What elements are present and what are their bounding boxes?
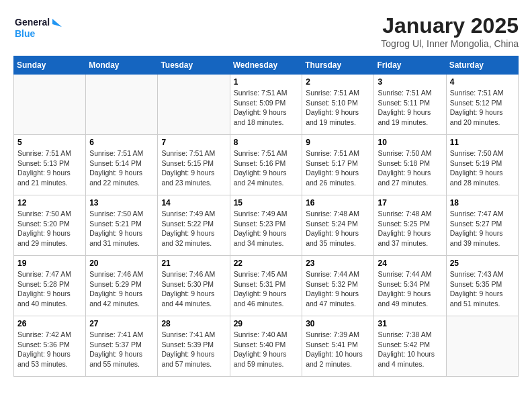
- day-info: Sunrise: 7:46 AM Sunset: 5:29 PM Dayligh…: [89, 269, 154, 309]
- day-info: Sunrise: 7:42 AM Sunset: 5:36 PM Dayligh…: [17, 330, 82, 369]
- calendar-cell: 9Sunrise: 7:51 AM Sunset: 5:17 PM Daylig…: [302, 135, 374, 195]
- day-number: 27: [89, 319, 154, 328]
- day-number: 6: [89, 138, 154, 147]
- weekday-header-monday: Monday: [86, 56, 158, 75]
- day-info: Sunrise: 7:51 AM Sunset: 5:14 PM Dayligh…: [89, 148, 154, 188]
- calendar-cell: 12Sunrise: 7:50 AM Sunset: 5:20 PM Dayli…: [14, 195, 86, 256]
- weekday-header-thursday: Thursday: [302, 56, 374, 75]
- day-info: Sunrise: 7:45 AM Sunset: 5:31 PM Dayligh…: [234, 269, 299, 309]
- svg-marker-2: [52, 19, 62, 27]
- weekday-header-saturday: Saturday: [446, 56, 518, 75]
- week-row-4: 19Sunrise: 7:47 AM Sunset: 5:28 PM Dayli…: [14, 256, 519, 316]
- day-number: 7: [161, 138, 226, 147]
- day-info: Sunrise: 7:47 AM Sunset: 5:27 PM Dayligh…: [450, 209, 515, 248]
- calendar-cell: 10Sunrise: 7:50 AM Sunset: 5:18 PM Dayli…: [374, 135, 446, 195]
- calendar-cell: 1Sunrise: 7:51 AM Sunset: 5:09 PM Daylig…: [230, 75, 302, 135]
- month-title: January 2025: [381, 13, 519, 38]
- day-info: Sunrise: 7:51 AM Sunset: 5:16 PM Dayligh…: [234, 148, 299, 188]
- day-number: 28: [161, 319, 226, 328]
- day-number: 18: [450, 198, 515, 208]
- day-number: 14: [161, 198, 226, 208]
- calendar-cell: 29Sunrise: 7:40 AM Sunset: 5:40 PM Dayli…: [230, 316, 302, 377]
- day-info: Sunrise: 7:46 AM Sunset: 5:30 PM Dayligh…: [161, 269, 226, 309]
- calendar-cell: 28Sunrise: 7:41 AM Sunset: 5:39 PM Dayli…: [158, 316, 230, 377]
- calendar-cell: 16Sunrise: 7:48 AM Sunset: 5:24 PM Dayli…: [302, 195, 374, 256]
- calendar-cell: 2Sunrise: 7:51 AM Sunset: 5:10 PM Daylig…: [302, 75, 374, 135]
- day-info: Sunrise: 7:51 AM Sunset: 5:11 PM Dayligh…: [378, 88, 442, 128]
- day-info: Sunrise: 7:51 AM Sunset: 5:15 PM Dayligh…: [161, 148, 226, 188]
- calendar-cell: 4Sunrise: 7:51 AM Sunset: 5:12 PM Daylig…: [446, 75, 518, 135]
- calendar-cell: 25Sunrise: 7:43 AM Sunset: 5:35 PM Dayli…: [446, 256, 518, 316]
- day-number: 9: [306, 138, 370, 147]
- day-info: Sunrise: 7:47 AM Sunset: 5:28 PM Dayligh…: [17, 269, 82, 309]
- day-info: Sunrise: 7:51 AM Sunset: 5:12 PM Dayligh…: [450, 88, 515, 128]
- day-info: Sunrise: 7:49 AM Sunset: 5:22 PM Dayligh…: [161, 209, 226, 248]
- calendar-cell: 21Sunrise: 7:46 AM Sunset: 5:30 PM Dayli…: [158, 256, 230, 316]
- calendar-cell: 6Sunrise: 7:51 AM Sunset: 5:14 PM Daylig…: [86, 135, 158, 195]
- day-number: 15: [234, 198, 299, 208]
- day-info: Sunrise: 7:44 AM Sunset: 5:32 PM Dayligh…: [306, 269, 370, 309]
- calendar-cell: 30Sunrise: 7:39 AM Sunset: 5:41 PM Dayli…: [302, 316, 374, 377]
- calendar-cell: 3Sunrise: 7:51 AM Sunset: 5:11 PM Daylig…: [374, 75, 446, 135]
- day-number: 20: [89, 259, 154, 268]
- day-info: Sunrise: 7:51 AM Sunset: 5:17 PM Dayligh…: [306, 148, 370, 188]
- title-block: January 2025 Togrog Ul, Inner Mongolia, …: [381, 13, 519, 49]
- day-info: Sunrise: 7:49 AM Sunset: 5:23 PM Dayligh…: [234, 209, 299, 248]
- day-number: 5: [17, 138, 82, 147]
- day-number: 24: [378, 259, 442, 268]
- week-row-1: 1Sunrise: 7:51 AM Sunset: 5:09 PM Daylig…: [14, 75, 519, 135]
- day-info: Sunrise: 7:51 AM Sunset: 5:13 PM Dayligh…: [17, 148, 82, 188]
- svg-text:Blue: Blue: [15, 28, 36, 39]
- day-info: Sunrise: 7:51 AM Sunset: 5:10 PM Dayligh…: [306, 88, 370, 128]
- calendar-cell: 23Sunrise: 7:44 AM Sunset: 5:32 PM Dayli…: [302, 256, 374, 316]
- day-info: Sunrise: 7:40 AM Sunset: 5:40 PM Dayligh…: [234, 330, 299, 369]
- calendar-cell: 13Sunrise: 7:50 AM Sunset: 5:21 PM Dayli…: [86, 195, 158, 256]
- day-number: 12: [17, 198, 82, 208]
- location: Togrog Ul, Inner Mongolia, China: [381, 38, 519, 49]
- day-info: Sunrise: 7:50 AM Sunset: 5:21 PM Dayligh…: [89, 209, 154, 248]
- day-info: Sunrise: 7:41 AM Sunset: 5:39 PM Dayligh…: [161, 330, 226, 369]
- day-number: 30: [306, 319, 370, 328]
- day-number: 2: [306, 77, 370, 87]
- week-row-3: 12Sunrise: 7:50 AM Sunset: 5:20 PM Dayli…: [14, 195, 519, 256]
- day-info: Sunrise: 7:48 AM Sunset: 5:24 PM Dayligh…: [306, 209, 370, 248]
- day-number: 16: [306, 198, 370, 208]
- day-number: 1: [234, 77, 299, 87]
- calendar-cell: 19Sunrise: 7:47 AM Sunset: 5:28 PM Dayli…: [14, 256, 86, 316]
- calendar-cell: 22Sunrise: 7:45 AM Sunset: 5:31 PM Dayli…: [230, 256, 302, 316]
- weekday-header-sunday: Sunday: [14, 56, 86, 75]
- day-number: 4: [450, 77, 515, 87]
- day-info: Sunrise: 7:48 AM Sunset: 5:25 PM Dayligh…: [378, 209, 442, 248]
- logo-icon: GeneralBlue: [13, 13, 67, 44]
- day-number: 31: [378, 319, 442, 328]
- calendar-cell: 15Sunrise: 7:49 AM Sunset: 5:23 PM Dayli…: [230, 195, 302, 256]
- day-number: 17: [378, 198, 442, 208]
- svg-text:General: General: [15, 17, 50, 28]
- day-info: Sunrise: 7:50 AM Sunset: 5:18 PM Dayligh…: [378, 148, 442, 188]
- calendar-cell: 18Sunrise: 7:47 AM Sunset: 5:27 PM Dayli…: [446, 195, 518, 256]
- day-number: 11: [450, 138, 515, 147]
- calendar-cell: 8Sunrise: 7:51 AM Sunset: 5:16 PM Daylig…: [230, 135, 302, 195]
- day-info: Sunrise: 7:44 AM Sunset: 5:34 PM Dayligh…: [378, 269, 442, 309]
- calendar-cell: [158, 75, 230, 135]
- day-info: Sunrise: 7:50 AM Sunset: 5:20 PM Dayligh…: [17, 209, 82, 248]
- day-info: Sunrise: 7:38 AM Sunset: 5:42 PM Dayligh…: [378, 330, 442, 369]
- weekday-header-row: SundayMondayTuesdayWednesdayThursdayFrid…: [14, 56, 519, 75]
- calendar: SundayMondayTuesdayWednesdayThursdayFrid…: [13, 56, 519, 377]
- page-header: GeneralBlue January 2025 Togrog Ul, Inne…: [13, 13, 519, 49]
- day-number: 13: [89, 198, 154, 208]
- day-number: 19: [17, 259, 82, 268]
- day-info: Sunrise: 7:41 AM Sunset: 5:37 PM Dayligh…: [89, 330, 154, 369]
- week-row-5: 26Sunrise: 7:42 AM Sunset: 5:36 PM Dayli…: [14, 316, 519, 377]
- calendar-cell: 26Sunrise: 7:42 AM Sunset: 5:36 PM Dayli…: [14, 316, 86, 377]
- calendar-cell: 7Sunrise: 7:51 AM Sunset: 5:15 PM Daylig…: [158, 135, 230, 195]
- day-number: 23: [306, 259, 370, 268]
- day-number: 8: [234, 138, 299, 147]
- day-info: Sunrise: 7:50 AM Sunset: 5:19 PM Dayligh…: [450, 148, 515, 188]
- calendar-cell: [446, 316, 518, 377]
- calendar-cell: 31Sunrise: 7:38 AM Sunset: 5:42 PM Dayli…: [374, 316, 446, 377]
- calendar-cell: [86, 75, 158, 135]
- week-row-2: 5Sunrise: 7:51 AM Sunset: 5:13 PM Daylig…: [14, 135, 519, 195]
- calendar-cell: 17Sunrise: 7:48 AM Sunset: 5:25 PM Dayli…: [374, 195, 446, 256]
- day-number: 21: [161, 259, 226, 268]
